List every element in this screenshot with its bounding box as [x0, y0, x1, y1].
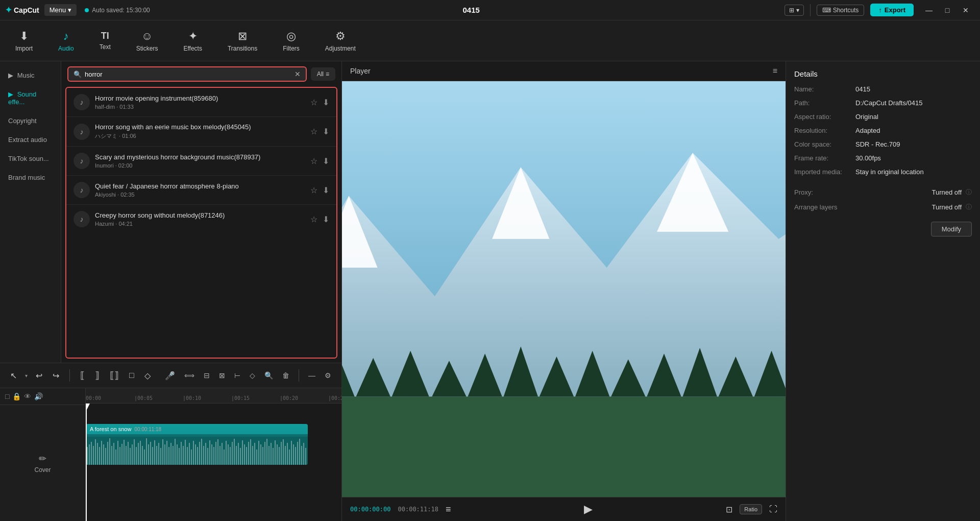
audio-title: Creepy horror song without melody(871246…: [95, 211, 305, 219]
svg-rect-48: [183, 446, 184, 465]
sidebar-item-copyright[interactable]: Copyright: [2, 112, 59, 130]
clip-link-button[interactable]: ⊠: [217, 369, 227, 382]
shortcuts-button[interactable]: ⌨ Shortcuts: [817, 5, 865, 16]
zoom-slider-button[interactable]: —: [306, 369, 317, 382]
screenshot-button[interactable]: ⊡: [726, 505, 732, 514]
undo-button[interactable]: ↩: [34, 369, 44, 383]
svg-rect-62: [211, 444, 212, 465]
svg-rect-71: [230, 447, 231, 465]
add-track-button[interactable]: □: [5, 392, 9, 400]
playhead[interactable]: [86, 404, 87, 521]
edit-cover-icon: ✏: [39, 453, 46, 464]
favorite-button[interactable]: ☆: [310, 98, 317, 107]
timeline-toolbar: ↖ ▾ ↩ ↪ ⟦ ⟧ ⟦⟧ □ ◇ 🎤 ⟺ ⊟ ⊠ ⊢ ◇ 🔍 🗑 — ⚙: [0, 363, 341, 388]
modify-button[interactable]: Modify: [931, 222, 972, 236]
download-audio-button[interactable]: ⬇: [323, 127, 329, 136]
minimize-button[interactable]: —: [920, 1, 938, 19]
timeline-view-button[interactable]: ≡: [446, 504, 451, 515]
export-arrow-icon: ↑: [878, 6, 882, 14]
favorite-button[interactable]: ☆: [310, 215, 317, 224]
effects-icon: ✦: [188, 30, 198, 43]
menu-button[interactable]: Menu ▾: [44, 4, 77, 16]
trim-right-button[interactable]: ⟦⟧: [108, 368, 121, 383]
svg-rect-18: [121, 444, 122, 465]
trash-button[interactable]: 🗑: [280, 369, 291, 382]
tool-filters[interactable]: ◎ Filters: [278, 27, 305, 55]
download-audio-button[interactable]: ⬇: [323, 185, 329, 195]
detail-path-label: Path:: [794, 99, 855, 107]
split-button[interactable]: ⟦: [78, 368, 87, 383]
tool-adjustment[interactable]: ⚙ Adjustment: [320, 27, 361, 55]
filter-button[interactable]: All ≡: [311, 67, 335, 81]
detail-framerate-value: 30.00fps: [855, 154, 972, 162]
sidebar-item-brand-music[interactable]: Brand music: [2, 169, 59, 186]
timeline-tracks[interactable]: 00:00 |00:05 |00:10 |00:15 |00:20 |00:25…: [86, 388, 341, 521]
trim-left-button[interactable]: ⟧: [93, 368, 102, 383]
download-audio-button[interactable]: ⬇: [323, 156, 329, 166]
svg-rect-103: [295, 447, 296, 465]
favorite-button[interactable]: ☆: [310, 127, 317, 136]
sidebar-item-tiktok[interactable]: TikTok soun...: [2, 150, 59, 168]
menu-label: Menu: [50, 6, 66, 14]
download-audio-button[interactable]: ⬇: [323, 215, 329, 224]
ratio-button[interactable]: Ratio: [740, 504, 762, 514]
speaker-track-button[interactable]: 🔊: [34, 392, 43, 400]
svg-rect-90: [268, 446, 270, 465]
proxy-value: Turned off: [932, 188, 962, 196]
audio-list-item[interactable]: ♪ Creepy horror song without melody(8712…: [66, 205, 336, 233]
settings-timeline-button[interactable]: ⚙: [323, 369, 333, 382]
tool-stickers[interactable]: ☺ Stickers: [131, 27, 163, 55]
maximize-button[interactable]: □: [938, 1, 957, 19]
view-button[interactable]: ⊞ ▾: [785, 5, 804, 16]
redo-button[interactable]: ↪: [51, 369, 61, 383]
sidebar-item-extract-audio[interactable]: Extract audio: [2, 131, 59, 149]
sidebar-item-sound-effects[interactable]: ▶ Sound effe...: [2, 85, 59, 111]
keyframe-button[interactable]: ◇: [248, 369, 257, 382]
tool-audio[interactable]: ♪ Audio: [53, 27, 79, 55]
audio-list-item[interactable]: ♪ Horror song with an eerie music box me…: [66, 117, 336, 147]
text-icon: TI: [101, 31, 109, 41]
fullscreen-button[interactable]: ⛶: [769, 505, 777, 514]
favorite-button[interactable]: ☆: [310, 156, 317, 166]
svg-rect-49: [185, 440, 186, 465]
video-clip[interactable]: A forest on snow 00:00:11:18: [86, 424, 308, 465]
search-input[interactable]: [85, 70, 291, 78]
close-button[interactable]: ✕: [957, 1, 975, 19]
mark-button[interactable]: ◇: [142, 369, 153, 383]
sidebar-item-music[interactable]: ▶ Music: [2, 66, 59, 84]
download-audio-button[interactable]: ⬇: [323, 98, 329, 107]
tool-text-label: Text: [100, 43, 111, 51]
audio-info: Quiet fear / Japanese horror atmosphere …: [95, 182, 305, 198]
audio-title: Scary and mysterious horror background m…: [95, 153, 305, 161]
video-preview: [342, 81, 786, 497]
tool-transitions[interactable]: ⊠ Transitions: [223, 27, 262, 55]
audio-list-item[interactable]: ♪ Scary and mysterious horror background…: [66, 147, 336, 176]
playhead-handle[interactable]: [86, 404, 90, 411]
link-button[interactable]: ⟺: [182, 369, 197, 382]
svg-rect-102: [293, 444, 294, 465]
lock-track-button[interactable]: 🔒: [12, 392, 21, 400]
arrange-layers-value: Turned off: [932, 203, 962, 211]
search-clear-button[interactable]: ✕: [295, 70, 301, 78]
proxy-info-icon[interactable]: ⓘ: [966, 188, 972, 197]
auto-ripple-button[interactable]: ⊟: [202, 369, 212, 382]
svg-rect-57: [201, 439, 202, 465]
export-button[interactable]: ↑ Export: [870, 4, 914, 16]
audio-list-item[interactable]: ♪ Quiet fear / Japanese horror atmospher…: [66, 176, 336, 205]
zoom-out-button[interactable]: 🔍: [262, 369, 275, 382]
play-button[interactable]: ▶: [584, 503, 593, 516]
arrange-layers-info-icon[interactable]: ⓘ: [966, 203, 972, 211]
eye-track-button[interactable]: 👁: [24, 392, 31, 400]
tool-text[interactable]: TI Text: [94, 28, 116, 54]
mic-button[interactable]: 🎤: [163, 369, 177, 383]
snap-button[interactable]: ⊢: [232, 369, 242, 382]
favorite-button[interactable]: ☆: [310, 185, 317, 195]
tool-import[interactable]: ⬇ Import: [10, 27, 38, 55]
ruler-mark-5: |00:25: [328, 395, 341, 401]
delete-button[interactable]: □: [127, 369, 136, 382]
audio-list-item[interactable]: ♪ Horror movie opening instrument(859680…: [66, 88, 336, 117]
player-menu-icon[interactable]: ≡: [773, 66, 777, 76]
cursor-tool[interactable]: ↖: [8, 369, 19, 383]
tool-effects[interactable]: ✦ Effects: [178, 27, 207, 55]
svg-rect-65: [217, 439, 218, 465]
